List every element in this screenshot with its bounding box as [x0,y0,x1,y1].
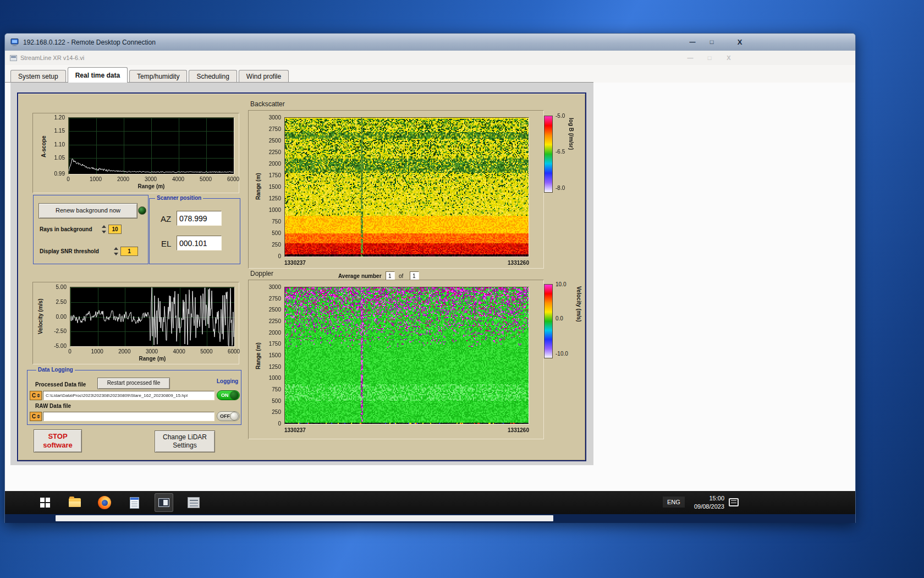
backscatter-plot [284,117,529,257]
tab-bar: System setup Real time data Temp/humidit… [5,65,855,83]
app-title: StreamLine XR v14-6.vi [20,54,84,61]
raw-toggle-knob [230,412,239,421]
backscatter-cb-label: log B (/m/sr) [568,118,574,193]
doppler-cb-max: 10.0 [556,281,566,287]
clock[interactable]: 15:00 09/08/2023 [686,494,724,511]
scrollbar-thumb[interactable] [56,515,553,521]
snr-threshold-label: Display SNR threshold [40,248,99,254]
backscatter-cb-max: -5.0 [556,113,565,119]
doppler-cb-mid: 0.0 [556,315,563,321]
processed-logging-toggle[interactable]: ON [217,390,240,400]
app-titlebar[interactable]: StreamLine XR v14-6.vi — □ X [5,51,855,65]
window-controls: — □ X [685,37,747,47]
taskbar: ENG 15:00 09/08/2023 [5,491,855,514]
a-scope-x-title: Range (m) [68,183,234,189]
processed-path-field[interactable]: C:\Lidar\Data\Proc\2023\202308\20230809\… [43,391,215,400]
doppler-x-start: 1330237 [284,427,306,433]
backscatter-y-title: Range (m) [255,144,261,230]
velocity-graph: Velocity (m/s) 5.002.500.00-2.50-5.00 01… [32,282,239,364]
drive-spinner-icon[interactable] [37,415,40,418]
start-icon [40,498,50,508]
rdp-window-title: 192.168.0.122 - Remote Desktop Connectio… [23,39,156,46]
a-scope-canvas [69,118,234,174]
raw-toggle-label: OFF [220,413,230,419]
raw-data-file-label: RAW Data file [35,403,71,409]
app-close-icon[interactable]: X [722,53,736,63]
doppler-colorbar-gradient [544,284,553,358]
remote-desktop-window: 192.168.0.122 - Remote Desktop Connectio… [4,33,856,523]
backscatter-x-end: 1331260 [495,260,529,266]
vi-window-icon [10,55,17,61]
processed-drive-selector[interactable]: C [30,391,42,400]
data-logging-group: Data Logging Processed Data file Restart… [27,370,241,425]
backscatter-canvas [285,118,529,257]
lidar-front-panel: A-scope 1.201.151.101.050.99 01000200030… [17,92,586,461]
stop-line1: STOP [48,432,67,441]
stop-line2: software [43,441,72,450]
change-lidar-settings-button[interactable]: Change LiDAR Settings [155,430,215,452]
snr-value-field[interactable]: 1 [120,247,138,256]
tab-system-setup[interactable]: System setup [10,70,66,83]
firefox-icon [98,496,111,509]
logging-label: Logging [217,378,238,384]
notification-icon[interactable] [729,498,739,506]
velocity-y-title: Velocity (m/s) [37,290,43,343]
rays-spinner[interactable] [102,225,107,233]
raw-drive-letter: C [32,413,36,419]
restart-processed-file-button[interactable]: Restart processed file [97,378,170,389]
start-button[interactable] [36,493,54,512]
raw-logging-toggle[interactable]: OFF [217,411,240,421]
doppler-title: Doppler [250,270,273,277]
app-maximize-icon[interactable]: □ [702,53,717,63]
renew-background-button[interactable]: Renew background now [38,203,138,219]
scan-scheduler-button[interactable] [184,493,203,512]
change-line2: Settings [173,441,196,450]
velocity-canvas [70,287,234,346]
streamline-app-button[interactable] [155,493,173,512]
notepad-button[interactable] [125,493,144,512]
doppler-y-title: Range (m) [255,313,261,399]
tab-temp-humidity[interactable]: Temp/humidity [129,70,187,83]
change-line1: Change LiDAR [163,433,207,441]
velocity-x-title: Range (m) [70,356,235,362]
el-value-field: 000.101 [177,236,222,250]
snr-spinner[interactable] [114,247,119,255]
horizontal-scrollbar[interactable] [5,514,855,523]
rays-value-field[interactable]: 10 [108,225,122,234]
firefox-button[interactable] [95,493,114,512]
average-number-label: Average number [338,273,382,279]
tab-real-time-data[interactable]: Real time data [68,67,128,83]
background-status-led [138,206,146,215]
close-icon[interactable]: X [733,37,747,47]
app-minimize-icon[interactable]: — [683,53,697,63]
maximize-icon[interactable]: □ [705,37,719,47]
remote-screen: StreamLine XR v14-6.vi — □ X System setu… [5,51,855,514]
stop-software-button[interactable]: STOP software [34,429,82,452]
doppler-colorbar: 10.0 0.0 -10.0 Velocity (m/s) [544,282,586,366]
processed-data-file-label: Processed Data file [35,381,86,388]
drive-spinner-icon[interactable] [37,394,40,397]
doppler-canvas [285,287,529,424]
language-indicator[interactable]: ENG [663,497,685,508]
average-number-field[interactable]: 1 [386,271,395,280]
minimize-icon[interactable]: — [685,37,700,47]
backscatter-title: Backscatter [250,100,285,108]
scanner-position-group: Scanner position AZ 078.999 EL 000.101 [149,198,240,264]
app-window-controls: — □ X [683,53,736,63]
el-label: EL [161,239,171,248]
rdp-titlebar[interactable]: 192.168.0.122 - Remote Desktop Connectio… [5,34,855,51]
tab-wind-profile[interactable]: Wind profile [239,70,289,83]
data-logging-title: Data Logging [36,367,75,373]
backscatter-cb-min: -8.0 [556,185,565,191]
processed-drive-letter: C [32,392,36,399]
rays-in-background-label: Rays in background [40,226,92,232]
background-controls-group: Renew background now Rays in background … [33,195,148,264]
scan-scheduler-icon [188,497,200,508]
doppler-cb-label: Velocity (m/s) [576,286,582,359]
backscatter-colorbar: -5.0 -6.5 -8.0 log B (/m/sr) [544,113,586,197]
tab-scheduling[interactable]: Scheduling [189,70,237,83]
raw-drive-selector[interactable]: C [30,412,42,421]
file-explorer-button[interactable] [65,493,84,512]
raw-path-field[interactable] [43,412,215,421]
processed-toggle-knob [230,391,239,400]
